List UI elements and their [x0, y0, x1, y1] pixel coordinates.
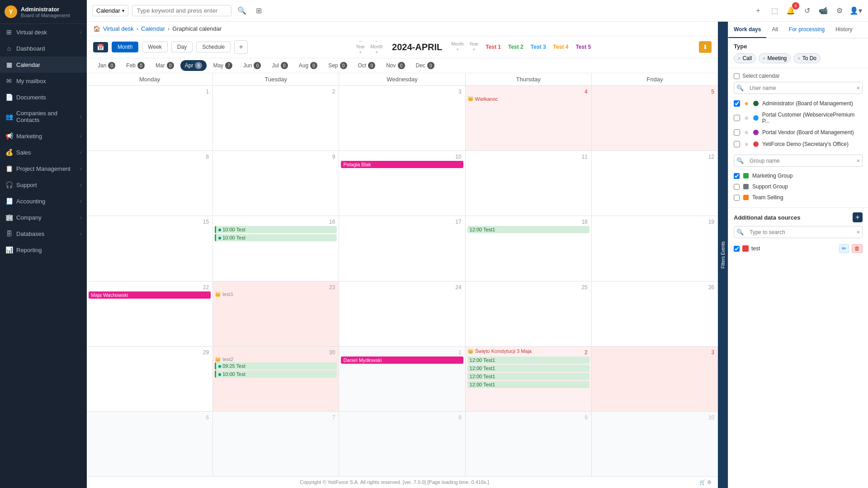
month-tab-nov[interactable]: Nov 0 [382, 60, 409, 71]
cal-cell-apr9[interactable]: 9 [213, 151, 339, 216]
cal-cell-may10[interactable]: 10 [592, 412, 718, 476]
cal-cell-apr16[interactable]: 16 10:00 Test 10:00 Test [213, 216, 339, 281]
source-search-clear[interactable]: × [854, 226, 862, 238]
test2-label[interactable]: Test 2 [508, 44, 524, 50]
view-month-button[interactable]: Month [112, 42, 138, 52]
cal-cell-apr29[interactable]: 29 [87, 347, 213, 411]
search-input[interactable] [132, 5, 231, 16]
event-1200-test1-b[interactable]: 12:00 Test1 [467, 365, 590, 372]
month-tab-aug[interactable]: Aug 0 [294, 60, 322, 71]
cal-cell-apr11[interactable]: 11 [466, 151, 592, 216]
cal-user-portal-customer-checkbox[interactable] [734, 115, 740, 121]
cal-cell-apr19[interactable]: 19 [592, 216, 718, 281]
grid-view-button[interactable]: ⊞ [252, 4, 266, 18]
sidebar-item-virtual-desk[interactable]: ⊞ Virtual desk › [0, 24, 87, 40]
group-search-input[interactable] [746, 155, 854, 166]
panel-toggle-button[interactable]: Events Filters [718, 22, 728, 488]
search-type-dropdown[interactable]: Calendar ▾ [92, 5, 128, 16]
sidebar-item-calendar[interactable]: ▦ Calendar [0, 56, 87, 73]
settings-button[interactable]: ⚙ [833, 4, 846, 18]
tab-all[interactable]: All [766, 22, 783, 38]
cal-cell-apr22[interactable]: 22 Maja Wachowski [87, 282, 213, 346]
cal-cell-apr24[interactable]: 24 [339, 282, 465, 346]
cal-user-admin-checkbox[interactable] [734, 100, 740, 107]
month-plus[interactable]: + [375, 50, 378, 55]
cal-user-portal-customer-star[interactable]: ★ [744, 114, 750, 122]
group-marketing-checkbox[interactable] [734, 173, 740, 179]
sidebar-item-reporting[interactable]: 📊 Reporting [0, 242, 87, 258]
month-tab-jan[interactable]: Jan 0 [93, 60, 120, 71]
cal-cell-may9[interactable]: 9 [466, 412, 592, 476]
cal-cell-apr30[interactable]: 30 👑 test2 09:25 Test 10:00 Test [213, 347, 339, 411]
tab-for-processing[interactable]: For processing [783, 22, 830, 38]
sidebar-item-dashboard[interactable]: ⌂ Dashboard [0, 40, 87, 56]
user-search-clear[interactable]: × [854, 82, 862, 94]
add-button[interactable]: ＋ [751, 4, 765, 18]
cal-cell-may2[interactable]: 👑 Święto Konstytucji 3 Maja 2 12:00 Test… [466, 347, 592, 411]
cal-cell-apr10[interactable]: 10 Pelagia Blak [339, 151, 465, 216]
cal-cell-may3[interactable]: 3 [592, 347, 718, 411]
event-1000-test-2[interactable]: 10:00 Test [215, 234, 337, 241]
import-button[interactable]: ⬚ [768, 4, 781, 18]
select-all-checkbox[interactable]: Select calendar [734, 73, 780, 79]
video-button[interactable]: 📹 [816, 4, 830, 18]
month-minus[interactable]: − [375, 39, 378, 44]
year-nav[interactable]: − Year + [354, 39, 367, 55]
month-tab-feb[interactable]: Feb 0 [122, 60, 149, 71]
group-search-clear[interactable]: × [854, 155, 862, 166]
cal-cell-may7[interactable]: 7 [213, 412, 339, 476]
type-tag-todo[interactable]: × To Do [793, 53, 821, 63]
sidebar-item-accounting[interactable]: 🧾 Accounting › [0, 193, 87, 209]
source-search-input[interactable] [746, 227, 854, 238]
sidebar-item-company[interactable]: 🏢 Company › [0, 209, 87, 225]
event-1000-test-30[interactable]: 10:00 Test [215, 371, 337, 378]
cal-cell-apr2[interactable]: 2 [213, 86, 339, 150]
cal-user-yetiforce-star[interactable]: ★ [744, 141, 750, 148]
month-tab-jul[interactable]: Jul 0 [267, 60, 292, 71]
cal-cell-apr15[interactable]: 15 [87, 216, 213, 281]
cal-cell-apr1[interactable]: 1 [87, 86, 213, 150]
month-tab-dec[interactable]: Dec 0 [411, 60, 439, 71]
tab-history[interactable]: History [830, 22, 858, 38]
notifications-button[interactable]: 🔔 5 [784, 4, 797, 18]
cal-cell-apr23[interactable]: 23 👑 test1 [213, 282, 339, 346]
test5-label[interactable]: Test 5 [576, 44, 591, 50]
cal-user-yetiforce-checkbox[interactable] [734, 141, 740, 147]
view-week-button[interactable]: Week [142, 42, 167, 52]
sidebar-item-companies-contacts[interactable]: 👥 Companies and Contacts › [0, 105, 87, 128]
calendar-icon-button[interactable]: 📅 [93, 42, 108, 52]
test1-label[interactable]: Test 1 [486, 44, 501, 50]
test3-label[interactable]: Test 3 [531, 44, 546, 50]
cal-cell-apr17[interactable]: 17 [339, 216, 465, 281]
cal-user-portal-vendor-star[interactable]: ★ [744, 129, 750, 136]
month-tab-jun[interactable]: Jun 0 [239, 60, 265, 71]
month-tab-sep[interactable]: Sep 0 [324, 60, 351, 71]
year-plus-right[interactable]: + [472, 47, 475, 52]
add-event-button[interactable]: + [234, 40, 248, 54]
event-daniel-mydlowski[interactable]: Daniel Mydłowski [341, 357, 463, 364]
event-maja-wachowski[interactable]: Maja Wachowski [89, 291, 211, 299]
month-tab-may[interactable]: May 7 [208, 60, 237, 71]
export-button[interactable]: ⬇ [699, 41, 712, 53]
type-tag-meeting[interactable]: × Meeting [759, 53, 791, 63]
user-menu-button[interactable]: 👤▾ [849, 4, 863, 18]
datasrc-test-checkbox[interactable] [734, 246, 740, 252]
month-tab-apr[interactable]: Apr 8 [180, 60, 207, 71]
event-0925-test[interactable]: 09:25 Test [215, 362, 337, 370]
month-plus-right[interactable]: + [456, 47, 459, 52]
cal-cell-apr3[interactable]: 3 [339, 86, 465, 150]
sidebar-item-documents[interactable]: 📄 Documents [0, 89, 87, 105]
event-1200-test1-a[interactable]: 12:00 Test1 [467, 357, 590, 364]
breadcrumb-calendar[interactable]: Calendar [141, 25, 165, 32]
history-button[interactable]: ↺ [800, 4, 814, 18]
cal-cell-apr12[interactable]: 12 [592, 151, 718, 216]
sidebar-item-project-management[interactable]: 📋 Project Management › [0, 160, 87, 177]
event-1000-test-1[interactable]: 10:00 Test [215, 226, 337, 233]
home-icon[interactable]: 🏠 [93, 25, 100, 32]
event-1200-test1-d[interactable]: 12:00 Test1 [467, 381, 590, 388]
year-minus[interactable]: − [359, 39, 362, 44]
cal-cell-may6[interactable]: 6 [87, 412, 213, 476]
month-nav-right[interactable]: Month + [449, 42, 466, 52]
view-day-button[interactable]: Day [171, 42, 193, 52]
cal-cell-may1[interactable]: 1 Daniel Mydłowski [339, 347, 465, 411]
